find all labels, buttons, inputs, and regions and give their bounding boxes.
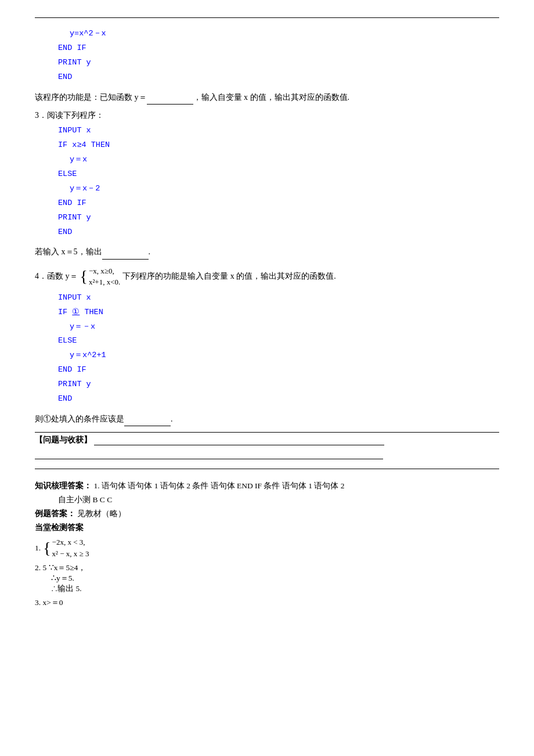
q1-blank: [147, 95, 193, 105]
q3-code-end-if: END IF: [35, 363, 499, 377]
q3-code-else: ELSE: [35, 334, 499, 348]
q3-label-row: 4．函数 y＝ { −x, x≥0, x²+1, x<0. 下列程序的功能是输入…: [35, 265, 499, 288]
q1-text-suffix: ，输入自变量 x 的值，输出其对应的函数值.: [193, 93, 350, 102]
q3-suffix-text: 则①处填入的条件应该是: [35, 415, 124, 423]
q2-suffix: 若输入 x＝5，输出.: [35, 244, 499, 259]
q1-description: 该程序的功能是：已知函数 y＝，输入自变量 x 的值，输出其对应的函数值.: [35, 90, 499, 105]
issues-blank-line1: [94, 436, 384, 445]
q3-blank: [124, 417, 171, 426]
ans1-row: 1. { −2x, x < 3, x² − x, x ≥ 3: [35, 537, 499, 559]
ans3-label: 3. x>＝0: [35, 598, 63, 607]
knowledge-text: 1. 语句体 语句体 1 语句体 2 条件 语句体 END IF 条件 语句体 …: [93, 481, 344, 490]
q2-code-print: PRINT y: [35, 211, 499, 225]
self-test-label: 自主小测: [58, 495, 91, 504]
ans1-label: 1.: [35, 543, 41, 553]
class-check-title-row: 当堂检测答案: [35, 523, 499, 533]
ans1-case1: −2x, x < 3,: [52, 537, 89, 548]
ans1-cases: −2x, x < 3, x² − x, x ≥ 3: [52, 537, 89, 559]
section-divider: [35, 469, 499, 469]
code-line-end: END: [35, 71, 499, 84]
q3-num: 4．函数 y＝: [35, 271, 78, 282]
example-title: 例题答案：: [35, 509, 75, 518]
q2-period: .: [149, 247, 151, 256]
q2-code-y-eq-x-2: y＝x－2: [35, 182, 499, 196]
issues-label: 【问题与收获】: [35, 435, 92, 444]
q3-code-end: END: [35, 393, 499, 406]
q1-text-prefix: 该程序的功能是：已知函数 y＝: [35, 93, 147, 102]
ans1-formula: { −2x, x < 3, x² − x, x ≥ 3: [43, 537, 89, 559]
q3-cases: −x, x≥0, x²+1, x<0.: [89, 265, 120, 288]
q2-code-y-eq-x: y＝x: [35, 153, 499, 167]
q3-suffix: 则①处填入的条件应该是.: [35, 412, 499, 426]
q2-suffix-text: 若输入 x＝5，输出: [35, 247, 102, 256]
q2-code-if: IF x≥4 THEN: [35, 139, 499, 152]
q3-code-print: PRINT y: [35, 378, 499, 391]
q2-code-end-if: END IF: [35, 197, 499, 210]
ans3-row: 3. x>＝0: [35, 597, 499, 608]
q3-case2: x²+1, x<0.: [89, 276, 120, 288]
q2-code-section: INPUT x IF x≥4 THEN y＝x ELSE y＝x－2 END I…: [35, 124, 499, 239]
top-divider: [35, 17, 499, 18]
code-line-y-eq-x2-x: y=x^2－x: [35, 27, 499, 41]
q3-code-section: INPUT x IF ① THEN y＝－x ELSE y＝x^2+1 END …: [35, 291, 499, 406]
issues-section: 【问题与收获】: [35, 432, 499, 459]
q3-code-y-x2-1: y＝x^2+1: [35, 349, 499, 362]
knowledge-answer-row: 知识核理答案： 1. 语句体 语句体 1 语句体 2 条件 语句体 END IF…: [35, 481, 499, 491]
q3-code-y-neg-x: y＝－x: [35, 321, 499, 334]
code-line-end-if: END IF: [35, 42, 499, 55]
code-line-print-y: PRINT y: [35, 56, 499, 70]
code-section-1: y=x^2－x END IF PRINT y END: [35, 27, 499, 84]
ans1-case2: x² − x, x ≥ 3: [52, 548, 89, 560]
q2-blank: [102, 250, 149, 260]
q2-code-end: END: [35, 226, 499, 239]
ans2-line2: ∴y＝5.: [35, 573, 499, 584]
self-test-text: B C C: [92, 495, 112, 504]
q3-desc: 下列程序的功能是输入自变量 x 的值，输出其对应的函数值.: [122, 271, 336, 282]
q3-period: .: [171, 415, 173, 423]
ans2-row: 2. 5 ∵x＝5≥4， ∴y＝5. ∴输出 5.: [35, 563, 499, 594]
q2-code-input: INPUT x: [35, 124, 499, 138]
q3-code-if: IF ① THEN: [35, 306, 499, 319]
ans2-line3: ∴输出 5.: [35, 584, 499, 594]
class-check-title: 当堂检测答案: [35, 523, 84, 532]
q2-code-else: ELSE: [35, 168, 499, 181]
knowledge-title: 知识核理答案：: [35, 481, 92, 490]
issues-blank-line2: [35, 450, 383, 459]
example-text: 见教材（略）: [77, 509, 126, 518]
q2-label: 3．阅读下列程序：: [35, 110, 499, 121]
self-test-row: 自主小测 B C C: [35, 495, 499, 505]
q3-case1: −x, x≥0,: [89, 265, 120, 277]
answer-section: 知识核理答案： 1. 语句体 语句体 1 语句体 2 条件 语句体 END IF…: [35, 481, 499, 608]
ans2-line1: 2. 5 ∵x＝5≥4，: [35, 563, 499, 573]
example-answer-row: 例题答案： 见教材（略）: [35, 509, 499, 519]
q3-code-input: INPUT x: [35, 291, 499, 305]
q3-formula: { −x, x≥0, x²+1, x<0.: [80, 265, 121, 288]
